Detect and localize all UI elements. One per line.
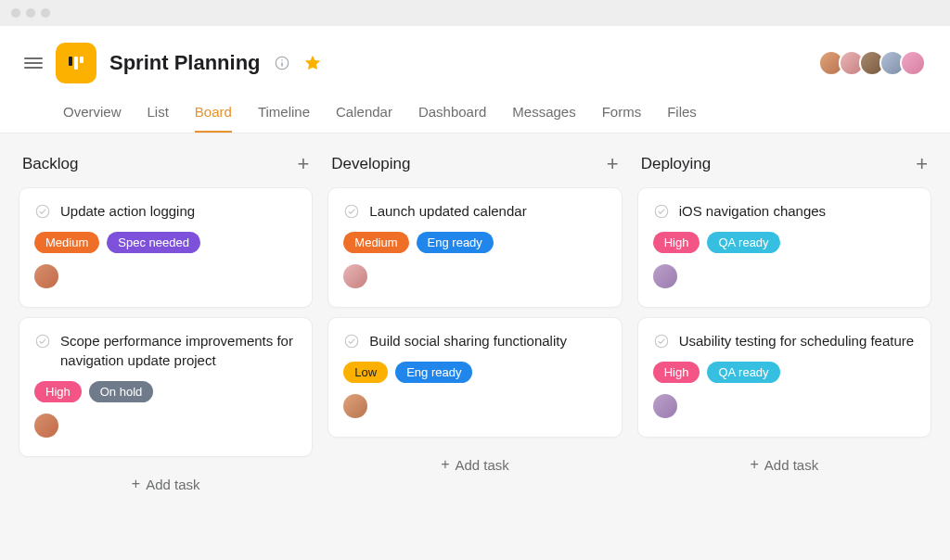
task-card[interactable]: Update action loggingMediumSpec needed [19,187,313,308]
tab-overview[interactable]: Overview [63,96,122,133]
tag[interactable]: Medium [343,232,408,253]
task-tags: HighQA ready [653,362,916,383]
svg-point-10 [655,205,668,218]
board: Backlog+Update action loggingMediumSpec … [0,134,950,522]
assignee-avatar[interactable] [653,264,677,288]
tab-timeline[interactable]: Timeline [258,96,310,133]
column-title: Deploying [641,155,712,173]
task-card[interactable]: Launch updated calendarMediumEng ready [327,187,622,308]
task-tags: HighQA ready [653,232,916,253]
top-bar: Sprint Planning Overview List Board Time… [0,26,950,134]
add-task-button[interactable]: +Add task [19,466,313,502]
complete-checkbox-icon[interactable] [34,203,51,220]
plus-icon: + [750,456,758,473]
assignee-avatar[interactable] [34,414,58,438]
add-task-label: Add task [764,457,818,473]
tag[interactable]: Eng ready [417,232,494,253]
tag[interactable]: High [34,381,82,402]
assignee-avatar[interactable] [343,264,367,288]
tag[interactable]: QA ready [707,232,779,253]
tabs: Overview List Board Timeline Calendar Da… [24,96,926,133]
column: Developing+Launch updated calendarMedium… [327,154,622,502]
column: Backlog+Update action loggingMediumSpec … [19,154,313,502]
column-header: Developing+ [327,154,622,174]
task-card[interactable]: Usability testing for scheduling feature… [637,317,931,438]
svg-point-9 [346,335,359,348]
tab-calendar[interactable]: Calendar [336,96,392,133]
task-card[interactable]: iOS navigation changesHighQA ready [637,187,931,308]
tab-files[interactable]: Files [667,96,697,133]
complete-checkbox-icon[interactable] [653,333,670,350]
task-tags: HighOn hold [34,381,297,402]
column-title: Backlog [22,155,78,173]
column-title: Developing [331,155,410,173]
task-card[interactable]: Build social sharing functionalityLowEng… [327,317,622,438]
tag[interactable]: High [653,232,700,253]
svg-rect-1 [74,57,78,70]
window-chrome [0,0,950,26]
add-card-icon[interactable]: + [607,154,619,174]
window-dot [26,8,35,18]
window-dot [41,8,50,18]
column-header: Backlog+ [19,154,313,174]
task-title: Scope performance improvements for navig… [60,331,297,370]
svg-point-4 [281,59,283,61]
tag[interactable]: Eng ready [395,362,472,383]
tab-board[interactable]: Board [195,96,232,133]
star-icon[interactable] [303,54,322,72]
column: Deploying+iOS navigation changesHighQA r… [637,154,931,502]
add-task-button[interactable]: +Add task [637,447,931,482]
svg-point-11 [655,335,668,348]
tag[interactable]: High [653,362,700,383]
plus-icon: + [441,456,449,473]
window-dot [11,8,20,18]
tag[interactable]: Spec needed [107,232,200,253]
task-title: Build social sharing functionality [369,331,567,350]
task-card[interactable]: Scope performance improvements for navig… [19,317,313,457]
tag[interactable]: Low [343,362,388,383]
svg-rect-5 [281,62,283,67]
member-avatar[interactable] [900,50,926,76]
task-title: Usability testing for scheduling feature [679,331,914,350]
complete-checkbox-icon[interactable] [34,333,51,350]
add-task-button[interactable]: +Add task [327,447,622,482]
plus-icon: + [132,476,140,492]
assignee-avatar[interactable] [343,394,367,418]
task-title: Update action logging [60,201,195,221]
task-tags: LowEng ready [343,362,606,383]
tab-list[interactable]: List [148,96,169,133]
header-row: Sprint Planning [24,43,926,83]
svg-point-7 [36,335,49,348]
add-card-icon[interactable]: + [916,154,928,174]
tab-forms[interactable]: Forms [602,96,642,133]
tab-dashboard[interactable]: Dashboard [418,96,486,133]
svg-rect-0 [69,57,72,66]
add-task-label: Add task [146,477,199,492]
complete-checkbox-icon[interactable] [343,333,360,350]
tag[interactable]: QA ready [707,362,779,383]
column-header: Deploying+ [637,154,931,174]
assignee-avatar[interactable] [653,394,677,418]
task-tags: MediumEng ready [343,232,606,253]
assignee-avatar[interactable] [34,264,58,288]
tag[interactable]: Medium [34,232,99,253]
complete-checkbox-icon[interactable] [343,203,360,220]
project-icon [56,43,96,83]
info-icon[interactable] [274,55,290,71]
task-title: Launch updated calendar [369,201,526,221]
add-task-label: Add task [455,457,508,473]
add-card-icon[interactable]: + [297,154,309,174]
svg-point-8 [346,205,359,218]
svg-rect-2 [80,57,83,63]
menu-icon[interactable] [24,57,43,69]
svg-point-6 [36,205,49,218]
task-tags: MediumSpec needed [34,232,297,253]
tag[interactable]: On hold [89,381,154,402]
header-members [824,50,926,76]
task-title: iOS navigation changes [679,201,826,221]
complete-checkbox-icon[interactable] [653,203,670,220]
tab-messages[interactable]: Messages [512,96,575,133]
project-title: Sprint Planning [109,51,261,75]
